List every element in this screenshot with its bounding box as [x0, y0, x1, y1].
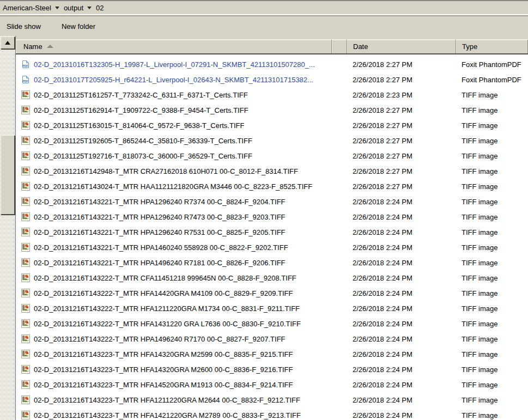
file-type: TIFF image	[456, 381, 528, 389]
file-date: 2/26/2018 2:23 PM	[347, 91, 456, 99]
file-row[interactable]: PDF 02-D_20131216T143222-T_MTR CFA114512…	[16, 270, 528, 285]
file-row[interactable]: PDF 02-D_20131216T143222-T_MTR HFA14420G…	[16, 285, 528, 301]
file-row[interactable]: PDF 02-D_20131216T143222-T_MTR HPA149624…	[16, 331, 528, 346]
scrollbar-thumb[interactable]	[1, 135, 15, 215]
file-type: TIFF image	[456, 411, 528, 419]
file-name: 02-D_20131216T143221-T_MTR HPA1460240 55…	[34, 244, 288, 252]
file-name-cell: PDF 02-D_20131216T143223-T_MTR HFA142122…	[16, 411, 347, 419]
breadcrumb-label: American-Steel	[3, 4, 51, 12]
file-row[interactable]: PDF 02-D_20131125T192605-T_865244-C_3581…	[16, 133, 528, 148]
file-list-rows: PDF 02-D_20131016T132305-H_19987-L_Liver…	[16, 54, 528, 420]
vertical-scrollbar[interactable]	[0, 36, 16, 420]
column-header-type[interactable]: Type	[456, 40, 528, 53]
command-toolbar: Slide show New folder	[0, 16, 528, 36]
file-name: 02-D_20131016T132305-H_19987-L_Liverpool…	[34, 60, 315, 69]
file-type: TIFF image	[456, 366, 528, 374]
file-date: 2/26/2018 2:24 PM	[347, 259, 456, 267]
file-row[interactable]: PDF 02-D_20131017T205925-H_r64221-L_Live…	[16, 72, 528, 87]
file-date: 2/26/2018 2:27 PM	[347, 167, 456, 175]
file-row[interactable]: PDF 02-D_20131216T143221-T_MTR HPA129624…	[16, 194, 528, 209]
file-date: 2/26/2018 2:24 PM	[347, 320, 456, 328]
file-type: TIFF image	[456, 305, 528, 313]
file-type: TIFF image	[456, 137, 528, 145]
tiff-image-icon	[21, 151, 30, 160]
file-name-cell: PDF 02-D_20131216T143223-T_MTR HFA14320G…	[16, 350, 347, 358]
file-row[interactable]: PDF 02-D_20131216T143223-T_MTR HFA142122…	[16, 407, 528, 420]
file-type: TIFF image	[456, 167, 528, 175]
chevron-down-icon[interactable]	[55, 7, 59, 9]
file-row[interactable]: PDF 02-D_20131216T143221-T_MTR HPA146024…	[16, 240, 528, 255]
file-row[interactable]: PDF 02-D_20131016T132305-H_19987-L_Liver…	[16, 57, 528, 72]
file-name: 02-D_20131216T143222-T_MTR HPA1496240 R7…	[34, 335, 286, 343]
file-name-cell: PDF 02-D_20131216T143222-T_MTR HFA121122…	[16, 304, 347, 313]
tiff-image-icon	[21, 289, 30, 297]
file-name-cell: PDF 02-D_20131216T143024-T_MTR HAA112112…	[16, 182, 347, 191]
file-row[interactable]: PDF 02-D_20131216T143223-T_MTR HFA121122…	[16, 392, 528, 407]
scroll-up-button[interactable]	[1, 36, 15, 49]
file-row[interactable]: PDF 02-D_20131216T143221-T_MTR HPA129624…	[16, 209, 528, 224]
file-row[interactable]: PDF 02-D_20131216T143223-T_MTR HFA14320G…	[16, 362, 528, 377]
file-name: 02-D_20131216T143223-T_MTR HFA1211220GRA…	[34, 396, 300, 404]
file-name-cell: PDF 02-D_20131216T143223-T_MTR HFA14520G…	[16, 380, 347, 389]
tiff-image-icon	[21, 106, 30, 114]
file-row[interactable]: PDF 02-D_20131216T143223-T_MTR HFA14520G…	[16, 377, 528, 392]
tiff-image-icon	[21, 182, 30, 191]
file-name-cell: PDF 02-D_20131216T143221-T_MTR HPA129624…	[16, 212, 347, 221]
file-list-pane: Name Date Type PDF	[16, 36, 528, 420]
chevron-down-icon[interactable]	[87, 7, 92, 9]
file-row[interactable]: PDF 02-D_20131125T161257-T_7733242-C_631…	[16, 87, 528, 102]
slide-show-button[interactable]: Slide show	[3, 20, 45, 33]
content-area: Name Date Type PDF	[0, 36, 528, 420]
file-name: 02-D_20131216T143223-T_MTR HFA1421220GRA…	[34, 411, 301, 419]
file-row[interactable]: PDF 02-D_20131216T143222-T_MTR HFA121122…	[16, 301, 528, 316]
file-date: 2/26/2018 2:24 PM	[347, 335, 456, 343]
file-name: 02-D_20131216T143221-T_MTR HPA1296240 R7…	[34, 198, 286, 206]
file-date: 2/26/2018 2:24 PM	[347, 411, 456, 419]
pdf-file-icon: PDF	[21, 60, 30, 69]
file-name: 02-D_20131125T162914-T_1909722-C_9388-F_…	[34, 106, 248, 114]
column-header-date[interactable]: Date	[347, 40, 456, 53]
file-name: 02-D_20131216T143221-T_MTR HPA1296240 R7…	[34, 213, 286, 221]
file-type: TIFF image	[456, 244, 528, 252]
file-row[interactable]: PDF 02-D_20131216T143221-T_MTR HPA129624…	[16, 224, 528, 240]
breadcrumb-item-02[interactable]: 02	[96, 4, 104, 12]
breadcrumb-item-output[interactable]: output	[64, 4, 92, 12]
file-name: 02-D_20131216T143223-T_MTR HFA14320GRA M…	[34, 366, 293, 374]
column-header-label: Type	[462, 42, 477, 51]
file-type: Foxit PhantomPDF	[456, 60, 528, 69]
column-header-label: Name	[23, 42, 43, 51]
file-name-cell: PDF 02-D_20131016T132305-H_19987-L_Liver…	[16, 60, 347, 69]
tiff-image-icon	[21, 365, 30, 374]
file-name-cell: PDF 02-D_20131216T143221-T_MTR HPA129624…	[16, 197, 347, 206]
file-row[interactable]: PDF 02-D_20131125T163015-T_814064-C_9572…	[16, 118, 528, 133]
breadcrumb-item-american-steel[interactable]: American-Steel	[3, 4, 59, 12]
new-folder-button[interactable]: New folder	[58, 20, 99, 33]
file-row[interactable]: PDF 02-D_20131216T143222-T_MTR HFA143122…	[16, 316, 528, 331]
file-date: 2/26/2018 2:24 PM	[347, 396, 456, 404]
tiff-image-icon	[21, 167, 30, 175]
file-type: TIFF image	[456, 106, 528, 114]
file-type: Foxit PhantomPDF	[456, 76, 528, 84]
file-name-cell: PDF 02-D_20131125T163015-T_814064-C_9572…	[16, 121, 347, 130]
scroll-up-arrow-icon	[5, 41, 10, 45]
file-name-cell: PDF 02-D_20131216T143221-T_MTR HPA149624…	[16, 258, 347, 267]
file-type: TIFF image	[456, 182, 528, 191]
file-row[interactable]: PDF 02-D_20131216T143024-T_MTR HAA112112…	[16, 179, 528, 194]
file-row[interactable]: PDF 02-D_20131216T143221-T_MTR HPA149624…	[16, 255, 528, 270]
file-row[interactable]: PDF 02-D_20131125T162914-T_1909722-C_938…	[16, 102, 528, 118]
svg-text:PDF: PDF	[23, 80, 28, 83]
file-name: 02-D_20131216T143223-T_MTR HFA14320GRA M…	[34, 350, 293, 358]
file-row[interactable]: PDF 02-D_20131125T192716-T_818073-C_3600…	[16, 148, 528, 163]
file-date: 2/26/2018 2:24 PM	[347, 274, 456, 282]
file-row[interactable]: PDF 02-D_20131216T142948-T_MTR CRA271620…	[16, 163, 528, 179]
tiff-image-icon	[21, 304, 30, 313]
column-header-name[interactable]: Name	[16, 40, 347, 53]
file-type: TIFF image	[456, 228, 528, 236]
file-name-cell: PDF 02-D_20131125T192716-T_818073-C_3600…	[16, 151, 347, 160]
tiff-image-icon	[21, 411, 30, 419]
file-row[interactable]: PDF 02-D_20131216T143223-T_MTR HFA14320G…	[16, 346, 528, 362]
file-name: 02-D_20131216T142948-T_MTR CRA27162018 6…	[34, 167, 298, 175]
file-date: 2/26/2018 2:24 PM	[347, 381, 456, 389]
file-type: TIFF image	[456, 320, 528, 328]
tiff-image-icon	[21, 395, 30, 404]
